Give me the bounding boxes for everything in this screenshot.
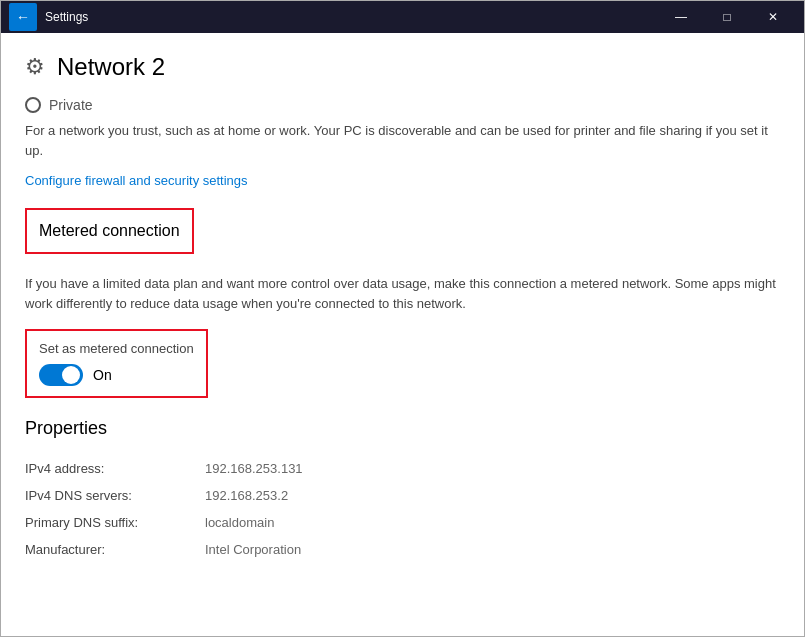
table-row: IPv4 address:192.168.253.131	[25, 455, 780, 482]
title-bar: ← Settings — □ ✕	[1, 1, 804, 33]
gear-icon: ⚙	[25, 54, 45, 80]
property-value: 192.168.253.131	[205, 455, 780, 482]
table-row: Manufacturer:Intel Corporation	[25, 536, 780, 563]
page-title: Network 2	[57, 53, 165, 81]
properties-table: IPv4 address:192.168.253.131IPv4 DNS ser…	[25, 455, 780, 563]
property-value: localdomain	[205, 509, 780, 536]
minimize-icon: —	[675, 10, 687, 24]
close-icon: ✕	[768, 10, 778, 24]
metered-toggle-section: Set as metered connection On	[25, 329, 208, 398]
metered-heading: Metered connection	[39, 222, 180, 240]
property-label: IPv4 DNS servers:	[25, 482, 205, 509]
properties-heading: Properties	[25, 418, 780, 439]
maximize-icon: □	[723, 10, 730, 24]
toggle-label: Set as metered connection	[39, 341, 194, 356]
property-label: Primary DNS suffix:	[25, 509, 205, 536]
metered-heading-box: Metered connection	[25, 208, 194, 254]
title-bar-title: Settings	[45, 10, 658, 24]
toggle-state-label: On	[93, 367, 112, 383]
minimize-button[interactable]: —	[658, 1, 704, 33]
table-row: Primary DNS suffix:localdomain	[25, 509, 780, 536]
property-label: IPv4 address:	[25, 455, 205, 482]
table-row: IPv4 DNS servers:192.168.253.2	[25, 482, 780, 509]
toggle-knob	[62, 366, 80, 384]
maximize-button[interactable]: □	[704, 1, 750, 33]
metered-toggle[interactable]	[39, 364, 83, 386]
close-button[interactable]: ✕	[750, 1, 796, 33]
network-description: For a network you trust, such as at home…	[25, 121, 780, 160]
property-value: Intel Corporation	[205, 536, 780, 563]
toggle-row: On	[39, 364, 194, 386]
content-area: ⚙ Network 2 Private For a network you tr…	[1, 33, 804, 636]
network-type-row: Private	[25, 97, 780, 113]
property-label: Manufacturer:	[25, 536, 205, 563]
back-button[interactable]: ←	[9, 3, 37, 31]
settings-window: ← Settings — □ ✕ ⚙ Network 2 Private Fo	[0, 0, 805, 637]
metered-description: If you have a limited data plan and want…	[25, 274, 780, 313]
page-header: ⚙ Network 2	[25, 53, 780, 81]
back-arrow-icon: ←	[16, 9, 30, 25]
firewall-link[interactable]: Configure firewall and security settings	[25, 173, 248, 188]
property-value: 192.168.253.2	[205, 482, 780, 509]
radio-circle-icon	[25, 97, 41, 113]
title-bar-controls: — □ ✕	[658, 1, 796, 33]
network-type-label: Private	[49, 97, 93, 113]
